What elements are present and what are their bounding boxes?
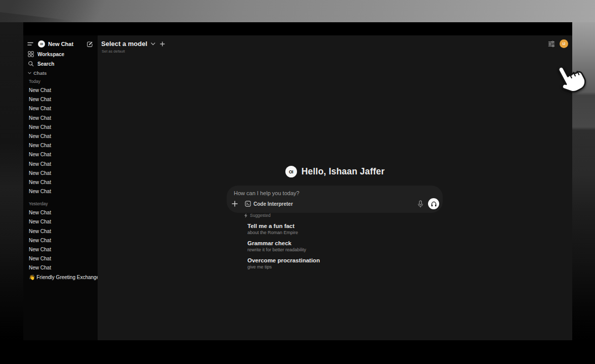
window-top-bar	[23, 22, 572, 35]
microphone-icon	[417, 200, 423, 208]
greeting: OI Hello, Ishaan Jaffer	[98, 166, 572, 177]
suggested-prompt-title: Tell me a fun fact	[247, 222, 446, 230]
suggested-prompt-subtitle: about the Roman Empire	[247, 230, 446, 236]
chat-list-item[interactable]: New Chat	[23, 132, 98, 141]
chats-section-toggle[interactable]: Chats	[23, 70, 47, 76]
chats-section-label: Chats	[33, 70, 47, 76]
chat-date-group: Yesterday	[23, 200, 98, 207]
suggested-prompt[interactable]: Overcome procrastination give me tips	[247, 257, 446, 270]
add-model-icon[interactable]	[160, 41, 165, 47]
search-icon	[28, 61, 34, 67]
sidebar: OI New Chat Workspace	[23, 35, 98, 340]
chat-date-group: Today	[23, 78, 98, 85]
controls-button[interactable]	[548, 40, 555, 48]
user-avatar[interactable]: IJ	[560, 39, 568, 48]
plus-icon	[232, 201, 238, 207]
chevron-down-icon	[28, 72, 31, 74]
sidebar-item-workspace[interactable]: Workspace	[23, 50, 98, 58]
chat-list-item[interactable]: New Chat	[23, 104, 98, 113]
model-selector-label: Select a model	[101, 40, 147, 48]
suggested-prompts: Suggested Tell me a fun fact about the R…	[244, 212, 446, 274]
bolt-icon	[244, 213, 248, 218]
set-as-default-link[interactable]: Set as default	[102, 49, 125, 54]
workspace-label: Workspace	[37, 52, 64, 57]
search-label: Search	[37, 61, 54, 67]
chat-list-item[interactable]: New Chat	[23, 141, 98, 150]
chat-list: Today New ChatNew ChatNew ChatNew ChatNe…	[23, 78, 98, 282]
suggested-header: Suggested	[244, 212, 446, 218]
voice-call-button[interactable]	[428, 198, 439, 209]
header-actions: IJ	[548, 39, 568, 48]
new-chat-button[interactable]	[87, 41, 93, 48]
attach-button[interactable]	[232, 201, 238, 207]
chat-list-item[interactable]: New Chat	[23, 217, 98, 226]
model-selector[interactable]: Select a model	[101, 40, 165, 48]
chat-list-item[interactable]: New Chat	[23, 114, 98, 123]
menu-icon	[27, 41, 33, 47]
sidebar-item-search[interactable]: Search	[23, 60, 98, 68]
suggested-prompt[interactable]: Grammar check rewrite it for better read…	[247, 240, 446, 253]
chat-list-item-named[interactable]: 👋 Friendly Greeting Exchange	[23, 273, 98, 282]
composer-toolbar: Code Interpreter	[227, 198, 443, 209]
chat-list-item[interactable]: New Chat	[23, 178, 98, 187]
chat-list-item[interactable]: New Chat	[23, 263, 98, 272]
suggested-prompt[interactable]: Tell me a fun fact about the Roman Empir…	[247, 222, 446, 236]
app-window: OI New Chat Workspace	[23, 22, 572, 340]
chat-list-item[interactable]: New Chat	[23, 95, 98, 104]
sidebar-toggle-button[interactable]	[23, 41, 38, 47]
code-interpreter-toggle[interactable]: Code Interpreter	[245, 201, 293, 207]
suggested-prompt-title: Grammar check	[247, 240, 446, 247]
suggested-prompt-subtitle: give me tips	[247, 264, 446, 270]
edit-pencil-icon	[87, 41, 93, 48]
message-composer[interactable]: How can I help you today? Code Interpret…	[227, 186, 443, 213]
code-interpreter-label: Code Interpreter	[253, 201, 293, 207]
suggested-label: Suggested	[250, 213, 271, 218]
chat-list-item[interactable]: New Chat	[23, 236, 98, 245]
chat-list-item[interactable]: New Chat	[23, 123, 98, 132]
message-input[interactable]: How can I help you today?	[234, 190, 300, 196]
main-panel: Select a model Set as default	[98, 35, 572, 340]
code-interpreter-icon	[245, 201, 251, 207]
suggested-prompt-title: Overcome procrastination	[247, 257, 446, 264]
greeting-text: Hello, Ishaan Jaffer	[302, 166, 385, 177]
screen: OI New Chat Workspace	[0, 0, 595, 364]
desktop-background-right	[572, 22, 595, 340]
chat-list-item[interactable]: New Chat	[23, 169, 98, 178]
sidebar-header: OI New Chat	[23, 39, 98, 49]
grid-icon	[28, 51, 34, 57]
chat-list-item[interactable]: New Chat	[23, 150, 98, 159]
sliders-icon	[548, 40, 555, 48]
chat-list-item[interactable]: New Chat	[23, 208, 98, 217]
chat-list-item[interactable]: New Chat	[23, 86, 98, 95]
chat-list-item[interactable]: New Chat	[23, 227, 98, 236]
suggested-prompt-subtitle: rewrite it for better readability	[247, 247, 446, 253]
chevron-down-icon	[151, 42, 155, 46]
chat-list-item[interactable]: New Chat	[23, 245, 98, 254]
voice-input-button[interactable]	[417, 200, 423, 208]
app-logo-icon: OI	[38, 40, 45, 48]
app-logo-icon: OI	[285, 166, 297, 177]
sidebar-title: New Chat	[48, 41, 73, 47]
desktop-background-left	[0, 22, 23, 340]
headphones-icon	[431, 201, 437, 207]
chat-list-item[interactable]: New Chat	[23, 187, 98, 196]
chat-list-item[interactable]: New Chat	[23, 254, 98, 263]
chat-list-item[interactable]: New Chat	[23, 160, 98, 169]
